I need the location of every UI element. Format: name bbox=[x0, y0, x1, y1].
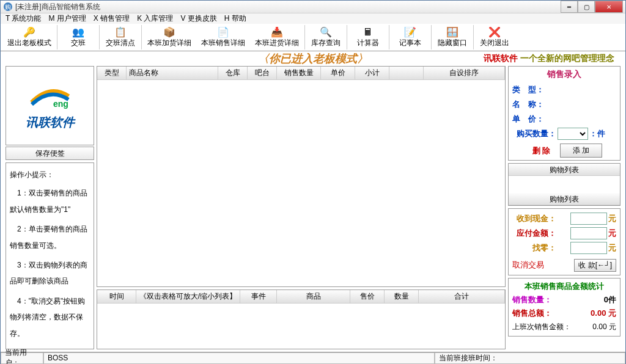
tip-item: 1：双击要销售的商品默认销售数量为"1" bbox=[10, 185, 90, 217]
menu-system[interactable]: T 系统功能 bbox=[6, 13, 41, 24]
menu-user[interactable]: M 用户管理 bbox=[48, 13, 86, 24]
inbox-icon: 📥 bbox=[271, 27, 283, 38]
type-label: 类 型： bbox=[512, 84, 556, 95]
col-total[interactable]: 合计 bbox=[419, 290, 505, 303]
col-name[interactable]: 商品名称 bbox=[127, 67, 218, 79]
minimize-button[interactable]: ━ bbox=[561, 1, 578, 13]
stats-qty-label: 销售数量： bbox=[512, 294, 552, 305]
name-label: 名 称： bbox=[512, 99, 556, 110]
qty-unit: ：件 bbox=[589, 128, 605, 139]
page-icon: 📄 bbox=[217, 27, 229, 38]
confirm-payment-button[interactable]: 收 款[←┘] bbox=[574, 259, 616, 272]
tip-item: 3：双击购物列表的商品即可删除该商品 bbox=[10, 257, 90, 289]
tb-hide[interactable]: 🪟隐藏窗口 bbox=[433, 24, 472, 51]
statusbar: 当前用户： BOSS 当前班接班时间： bbox=[1, 352, 625, 364]
notepad-icon: 📝 bbox=[404, 27, 416, 38]
tip-item: 2：单击要销售的商品销售数量可选。 bbox=[10, 221, 90, 253]
close-button[interactable]: ✕ bbox=[595, 1, 623, 13]
tb-add-detail[interactable]: 📦本班加货详细 bbox=[143, 24, 196, 51]
stats-last-value: 0.00 元 bbox=[592, 322, 616, 332]
price-label: 单 价： bbox=[512, 114, 556, 125]
tb-in-detail[interactable]: 📥本班进货详细 bbox=[251, 24, 303, 51]
svg-text:购: 购 bbox=[5, 4, 11, 10]
menubar: T 系统功能 M 用户管理 X 销售管理 K 入库管理 V 更换皮肤 H 帮助 bbox=[1, 13, 625, 24]
col-product[interactable]: 商品 bbox=[277, 290, 350, 303]
cart-body[interactable] bbox=[509, 176, 620, 193]
qty-select[interactable] bbox=[558, 128, 588, 140]
change-label: 找零： bbox=[512, 242, 556, 253]
col-price[interactable]: 单价 bbox=[321, 67, 355, 79]
window-icon: 🪟 bbox=[446, 27, 458, 38]
change-input[interactable] bbox=[570, 242, 607, 254]
boss-mode-banner: 〈你已进入老板模式〉 bbox=[258, 51, 368, 66]
menu-sales[interactable]: X 销售管理 bbox=[94, 13, 130, 24]
tb-shift-count[interactable]: 📋交班清点 bbox=[101, 24, 140, 51]
tips-panel: 操作小提示： 1：双击要销售的商品默认销售数量为"1" 2：单击要销售的商品销售… bbox=[6, 162, 94, 349]
col-time[interactable]: 时间 bbox=[97, 290, 136, 303]
menu-help[interactable]: H 帮助 bbox=[224, 13, 246, 24]
app-icon: 购 bbox=[3, 2, 13, 12]
tips-header: 操作小提示： bbox=[10, 167, 90, 183]
tb-calc[interactable]: 🖩计算器 bbox=[348, 24, 388, 51]
col-subtotal[interactable]: 小计 bbox=[355, 67, 389, 79]
col-sqty[interactable]: 数量 bbox=[385, 290, 419, 303]
brand-slogan: 讯联软件 一个全新的网吧管理理念 bbox=[484, 53, 614, 64]
tb-exit[interactable]: ❌关闭退出 bbox=[475, 24, 514, 51]
stats-total-label: 销售总额： bbox=[512, 308, 552, 319]
box-icon: 📦 bbox=[163, 27, 175, 38]
col-bar[interactable]: 吧台 bbox=[248, 67, 277, 79]
stats-last-label: 上班次销售金额： bbox=[512, 322, 571, 332]
banner: 〈你已进入老板模式〉 讯联软件 一个全新的网吧管理理念 bbox=[1, 51, 625, 66]
col-qty[interactable]: 销售数量 bbox=[277, 67, 321, 79]
entry-title: 销售录入 bbox=[512, 69, 616, 80]
maximize-button[interactable]: ▢ bbox=[578, 1, 595, 13]
stats-title: 本班销售商品金额统计 bbox=[512, 281, 616, 292]
svg-text:eng: eng bbox=[53, 99, 68, 109]
key-icon: 🔑 bbox=[23, 27, 35, 38]
due-input[interactable] bbox=[570, 227, 607, 239]
cash-label: 收到现金： bbox=[512, 213, 556, 224]
status-user-label: 当前用户： bbox=[1, 352, 43, 364]
tb-sale-detail[interactable]: 📄本班销售详细 bbox=[197, 24, 249, 51]
stats-qty-value: 0件 bbox=[604, 294, 616, 305]
cart-header: 购物列表 bbox=[509, 164, 620, 176]
col-order[interactable]: 自设排序 bbox=[424, 67, 505, 79]
events-table[interactable]: 时间 《双击表格可放大/缩小列表】 事件 商品 售价 数量 合计 bbox=[97, 289, 506, 349]
titlebar: 购 [未注册]商品智能销售系统 ━ ▢ ✕ bbox=[1, 1, 625, 13]
tb-shift[interactable]: 👥交班 bbox=[59, 24, 98, 51]
menu-stock[interactable]: K 入库管理 bbox=[137, 13, 173, 24]
entry-panel: 销售录入 类 型： 名 称： 单 价： 购买数量： ：件 删 除 添 加 bbox=[508, 66, 620, 161]
stats-total-value: 0.00 元 bbox=[591, 308, 616, 319]
cancel-transaction[interactable]: 取消交易 bbox=[512, 260, 544, 271]
menu-skin[interactable]: V 更换皮肤 bbox=[180, 13, 216, 24]
x-icon: ❌ bbox=[488, 27, 501, 38]
col-warehouse[interactable]: 仓库 bbox=[218, 67, 248, 79]
search-icon: 🔍 bbox=[320, 27, 332, 38]
col-zoom-hint[interactable]: 《双击表格可放大/缩小列表】 bbox=[136, 290, 240, 303]
toolbar: 🔑退出老板模式 👥交班 📋交班清点 📦本班加货详细 📄本班销售详细 📥本班进货详… bbox=[1, 24, 625, 51]
products-table[interactable]: 类型 商品名称 仓库 吧台 销售数量 单价 小计 自设排序 bbox=[97, 66, 506, 287]
tip-item: 4："取消交易"按钮购物列将清空，数据不保存。 bbox=[10, 293, 90, 341]
col-event[interactable]: 事件 bbox=[240, 290, 277, 303]
tb-exit-boss[interactable]: 🔑退出老板模式 bbox=[3, 24, 56, 51]
clipboard-icon: 📋 bbox=[114, 27, 127, 38]
users-icon: 👥 bbox=[72, 27, 84, 38]
status-user-value: BOSS bbox=[43, 352, 435, 364]
add-button[interactable]: 添 加 bbox=[560, 144, 602, 158]
window-title: [未注册]商品智能销售系统 bbox=[15, 2, 561, 12]
cash-input[interactable] bbox=[570, 213, 607, 225]
col-sprice[interactable]: 售价 bbox=[350, 290, 385, 303]
cart-panel: 购物列表 购物列表 bbox=[508, 163, 620, 206]
qty-label: 购买数量： bbox=[512, 128, 556, 139]
tb-notepad[interactable]: 📝记事本 bbox=[391, 24, 430, 51]
logo-icon: eng bbox=[26, 81, 75, 112]
due-label: 应付金额： bbox=[512, 228, 556, 239]
cart-footer: 购物列表 bbox=[509, 193, 620, 205]
logo-box: eng 讯联软件 bbox=[6, 66, 94, 145]
col-type[interactable]: 类型 bbox=[97, 67, 127, 79]
delete-button[interactable]: 删 除 bbox=[526, 144, 557, 158]
tb-stock-query[interactable]: 🔍库存查询 bbox=[306, 24, 345, 51]
logo-text: 讯联软件 bbox=[26, 114, 75, 131]
save-note-button[interactable]: 保存便签 bbox=[6, 147, 94, 160]
calculator-icon: 🖩 bbox=[363, 27, 373, 38]
